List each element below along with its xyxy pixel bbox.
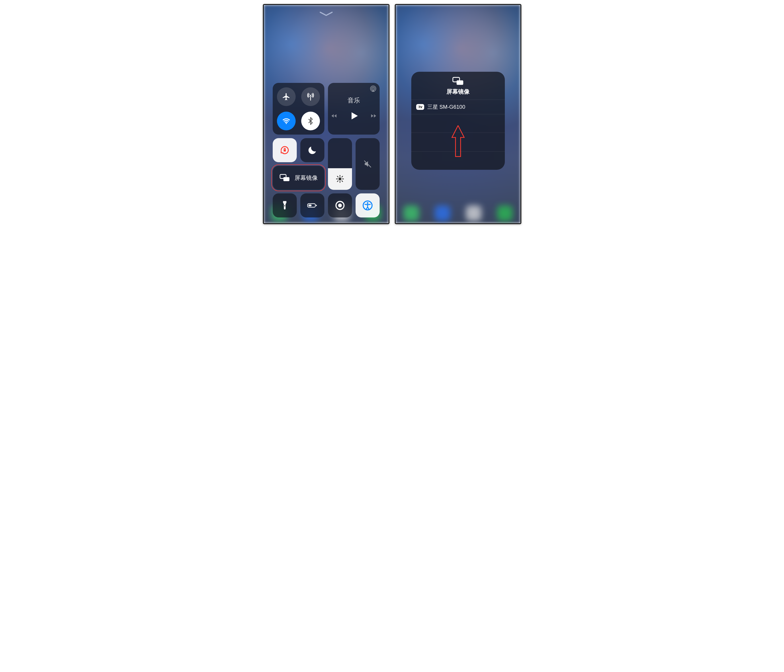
svg-point-24	[338, 204, 342, 207]
svg-point-4	[371, 87, 375, 90]
svg-rect-28	[456, 81, 463, 85]
screen-mirroring-icon	[279, 173, 290, 183]
flashlight-icon	[279, 200, 290, 211]
do-not-disturb-toggle[interactable]	[300, 138, 324, 162]
apple-tv-badge-icon: tv	[416, 104, 424, 110]
screen-mirroring-label: 屏幕镜像	[294, 174, 318, 182]
wifi-icon	[282, 117, 291, 125]
control-center-grid: 音乐	[273, 83, 380, 218]
brightness-icon	[336, 175, 344, 183]
previous-track-button[interactable]	[331, 112, 337, 119]
svg-line-14	[337, 181, 338, 182]
low-power-mode-button[interactable]	[300, 193, 324, 218]
record-icon	[334, 200, 345, 211]
phone-left-control-center: 音乐	[263, 4, 389, 224]
volume-mute-icon	[363, 160, 372, 168]
next-track-button[interactable]	[370, 112, 377, 119]
airplay-audio-icon	[370, 86, 376, 92]
cellular-data-toggle[interactable]	[301, 87, 320, 106]
connectivity-group[interactable]	[273, 83, 324, 135]
orientation-lock-icon	[279, 145, 290, 156]
airplane-mode-toggle[interactable]	[277, 87, 296, 106]
dock-blur-hint	[396, 203, 520, 223]
moon-icon	[307, 145, 318, 156]
screen-mirroring-button[interactable]: 屏幕镜像	[273, 166, 324, 190]
svg-point-3	[372, 88, 374, 90]
svg-line-13	[342, 181, 342, 182]
orientation-lock-toggle[interactable]	[273, 138, 297, 162]
svg-point-7	[338, 177, 341, 180]
svg-point-2	[286, 123, 287, 124]
mirroring-empty-row	[411, 132, 505, 151]
bluetooth-icon	[306, 117, 315, 125]
media-controls	[331, 110, 377, 121]
screen-mirroring-popup: 屏幕镜像 tv 三星 SM-G6100	[411, 72, 505, 170]
battery-icon	[307, 200, 318, 211]
volume-slider[interactable]	[356, 138, 380, 190]
svg-rect-19	[284, 205, 285, 207]
now-playing-tile[interactable]: 音乐	[328, 83, 380, 135]
mirroring-empty-row	[411, 114, 505, 132]
wifi-toggle[interactable]	[277, 112, 296, 130]
airplane-icon	[282, 92, 291, 101]
play-button[interactable]	[348, 110, 359, 121]
flashlight-button[interactable]	[273, 193, 297, 218]
svg-rect-18	[283, 177, 289, 181]
svg-rect-21	[316, 205, 317, 206]
bluetooth-toggle[interactable]	[301, 112, 320, 130]
svg-rect-6	[284, 149, 286, 151]
device-name: 三星 SM-G6100	[427, 103, 465, 110]
accessibility-shortcut-button[interactable]	[356, 193, 380, 218]
svg-line-12	[337, 176, 338, 177]
screen-record-button[interactable]	[328, 193, 352, 218]
accessibility-icon	[362, 200, 373, 211]
svg-rect-22	[308, 205, 311, 206]
svg-point-26	[367, 202, 368, 204]
mirroring-device-row[interactable]: tv 三星 SM-G6100	[411, 100, 505, 114]
svg-line-15	[342, 176, 342, 177]
phone-right-mirroring-popup: 屏幕镜像 tv 三星 SM-G6100	[395, 4, 521, 224]
cellular-antenna-icon	[306, 92, 315, 101]
popup-title: 屏幕镜像	[446, 88, 470, 96]
mirroring-empty-row	[411, 151, 505, 170]
screen-mirroring-icon	[452, 77, 464, 86]
now-playing-title: 音乐	[348, 96, 360, 105]
brightness-slider[interactable]	[328, 138, 352, 190]
